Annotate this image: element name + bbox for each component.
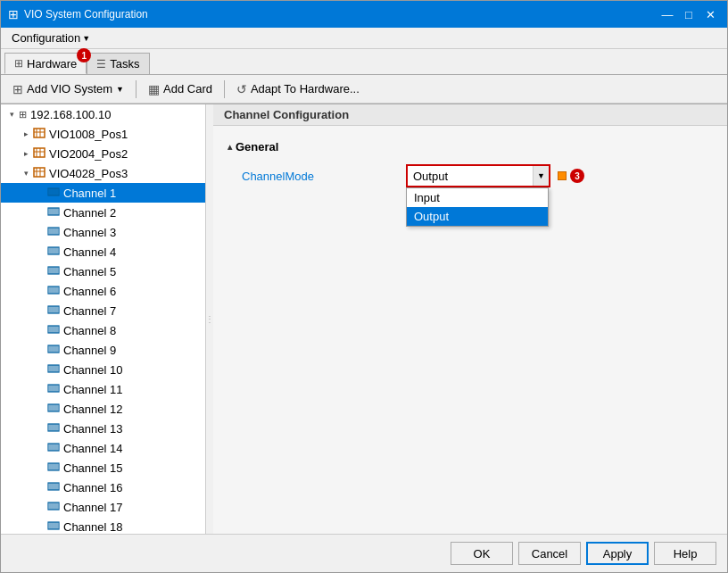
add-card-button[interactable]: ▦ Add Card <box>140 79 220 100</box>
tree-item-icon <box>33 146 46 161</box>
tree-item[interactable]: Channel 9 <box>1 340 205 360</box>
tree-item[interactable]: Channel 12 <box>1 399 205 419</box>
add-card-label: Add Card <box>163 82 212 96</box>
tree-item[interactable]: ▸VIO1008_Pos1 <box>1 124 205 144</box>
tree-item[interactable]: Channel 10 <box>1 360 205 379</box>
tree-item-icon <box>47 264 60 278</box>
general-header: General <box>228 140 713 154</box>
tree-item[interactable]: Channel 3 <box>1 222 205 242</box>
tree-item-label: Channel 14 <box>63 442 205 455</box>
tab-hardware-icon: ⊞ <box>14 57 23 70</box>
tree-expand-icon[interactable]: ▾ <box>19 169 33 178</box>
tree-item[interactable]: Channel 15 <box>1 458 205 478</box>
cancel-button[interactable]: Cancel <box>518 542 581 565</box>
tree-item-icon <box>47 303 60 318</box>
titlebar: ⊞ VIO System Configuration — □ ✕ <box>1 1 727 28</box>
tree-item-icon <box>47 225 60 239</box>
tree-item[interactable]: Channel 14 <box>1 438 205 458</box>
tree-item[interactable]: Channel 7 <box>1 301 205 320</box>
tree-item-icon <box>47 461 60 475</box>
window-icon: ⊞ <box>8 7 19 21</box>
tree-item[interactable]: Channel 18 <box>1 517 205 534</box>
close-button[interactable]: ✕ <box>700 4 720 24</box>
minimize-button[interactable]: — <box>658 4 677 24</box>
tree-expand-icon[interactable]: ▸ <box>19 149 33 158</box>
property-row-channelmode: ChannelMode Output ▼ <box>228 164 713 187</box>
tree-item[interactable]: ▾VIO4028_Pos3 <box>1 163 205 183</box>
tree-item[interactable]: ▸VIO2004_Pos2 <box>1 144 205 163</box>
tree-item[interactable]: Channel 1 <box>1 183 205 203</box>
toolbar: ⊞ Add VIO System ▼ ▦ Add Card ↺ Adapt To… <box>1 75 727 104</box>
tree-item[interactable]: Channel 13 <box>1 419 205 438</box>
tree-item-label: Channel 12 <box>63 403 205 416</box>
tree-item-label: VIO1008_Pos1 <box>49 128 205 141</box>
tree-item[interactable]: Channel 6 <box>1 281 205 301</box>
add-vio-system-icon: ⊞ <box>12 82 23 96</box>
window-title: VIO System Configuration <box>24 8 148 21</box>
tree-item-label: VIO4028_Pos3 <box>49 167 205 180</box>
add-vio-system-arrow: ▼ <box>116 85 124 94</box>
tree-item[interactable]: Channel 5 <box>1 262 205 281</box>
tree-item[interactable]: Channel 17 <box>1 497 205 517</box>
dropdown-option-output[interactable]: Output <box>407 207 548 226</box>
tab-tasks-icon: ☰ <box>96 58 106 71</box>
tree-item[interactable]: Channel 8 <box>1 320 205 340</box>
content-area: ▾⊞192.168.100.10▸VIO1008_Pos1▸VIO2004_Po… <box>1 104 727 534</box>
tab-tasks[interactable]: ☰ Tasks <box>87 53 149 74</box>
dropdown-container: Output ▼ <box>406 164 550 187</box>
tree-item-icon <box>47 421 60 436</box>
adapt-to-hardware-button[interactable]: ↺ Adapt To Hardware... <box>228 79 368 100</box>
tree-item-label: Channel 2 <box>63 206 205 220</box>
tree-item[interactable]: Channel 4 <box>1 242 205 262</box>
tab-hardware[interactable]: ⊞ Hardware 1 <box>4 53 87 74</box>
tree-item-label: Channel 4 <box>63 245 205 259</box>
tree-item[interactable]: Channel 11 <box>1 379 205 399</box>
tree-item-label: Channel 10 <box>63 363 205 377</box>
svg-rect-8 <box>34 168 45 177</box>
toolbar-sep-1 <box>136 80 136 98</box>
tree-panel: ▾⊞192.168.100.10▸VIO1008_Pos1▸VIO2004_Po… <box>1 104 206 534</box>
ok-button[interactable]: OK <box>451 542 513 565</box>
add-card-icon: ▦ <box>148 82 160 96</box>
tree-scroll[interactable]: ▾⊞192.168.100.10▸VIO1008_Pos1▸VIO2004_Po… <box>1 104 205 534</box>
menu-configuration-arrow: ▼ <box>82 34 90 43</box>
dropdown-toggle-button[interactable]: ▼ <box>533 166 549 186</box>
add-vio-system-label: Add VIO System <box>27 82 112 96</box>
dropdown-current-value: Output <box>408 168 533 185</box>
tree-item-label: Channel 5 <box>63 265 205 278</box>
panel-resize-handle[interactable]: ⋮ <box>206 104 213 534</box>
apply-button[interactable]: Apply <box>586 542 649 565</box>
tree-item-label: 192.168.100.10 <box>30 108 205 121</box>
menubar: Configuration ▼ <box>1 28 727 49</box>
tab-tasks-label: Tasks <box>110 57 139 71</box>
tab-hardware-label: Hardware <box>27 57 77 71</box>
dropdown-badge: 3 <box>570 169 584 183</box>
toolbar-sep-2 <box>224 80 225 98</box>
tree-item-icon <box>47 480 60 494</box>
dropdown-wrapper: Output ▼ Input Output <box>406 164 550 187</box>
maximize-button[interactable]: □ <box>679 4 699 24</box>
section-header: Channel Configuration <box>213 104 727 126</box>
tree-expand-icon[interactable]: ▸ <box>19 129 33 138</box>
tree-item-icon: ⊞ <box>19 109 27 120</box>
dropdown-option-input[interactable]: Input <box>407 188 548 207</box>
tree-item-icon <box>47 205 60 220</box>
tree-item-label: Channel 13 <box>63 422 205 436</box>
svg-rect-0 <box>34 129 45 137</box>
add-vio-system-button[interactable]: ⊞ Add VIO System ▼ <box>4 79 132 100</box>
tree-item-label: Channel 8 <box>63 324 205 337</box>
property-label-channelmode: ChannelMode <box>228 170 406 183</box>
tree-item-icon <box>47 382 60 396</box>
tree-item-icon <box>47 245 60 259</box>
tree-item[interactable]: Channel 2 <box>1 203 205 222</box>
tree-item-icon <box>33 166 46 180</box>
tree-item-label: Channel 7 <box>63 304 205 318</box>
help-button[interactable]: Help <box>654 542 716 565</box>
adapt-label: Adapt To Hardware... <box>251 82 360 96</box>
tree-expand-icon[interactable]: ▾ <box>4 110 19 119</box>
menu-configuration[interactable]: Configuration ▼ <box>4 29 97 46</box>
tree-item[interactable]: Channel 16 <box>1 478 205 497</box>
tree-item[interactable]: ▾⊞192.168.100.10 <box>1 104 205 124</box>
tree-item-icon <box>47 186 60 200</box>
tree-item-label: Channel 18 <box>63 520 205 534</box>
